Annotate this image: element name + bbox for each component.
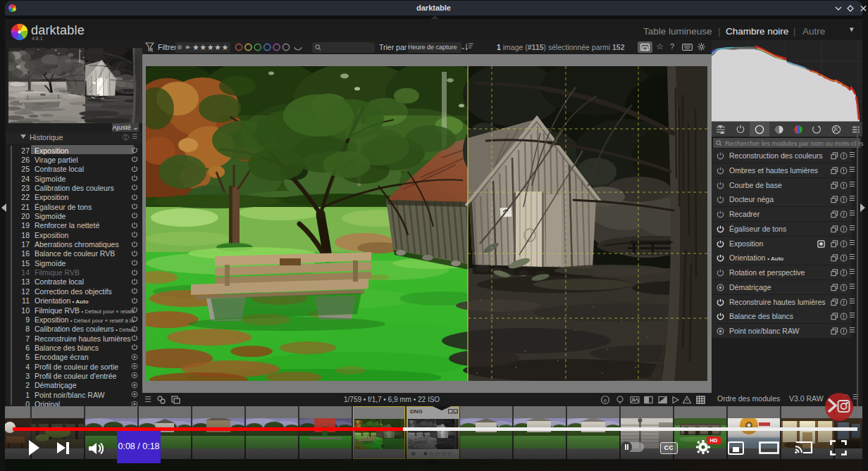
svg-text:e: e [604, 397, 607, 403]
